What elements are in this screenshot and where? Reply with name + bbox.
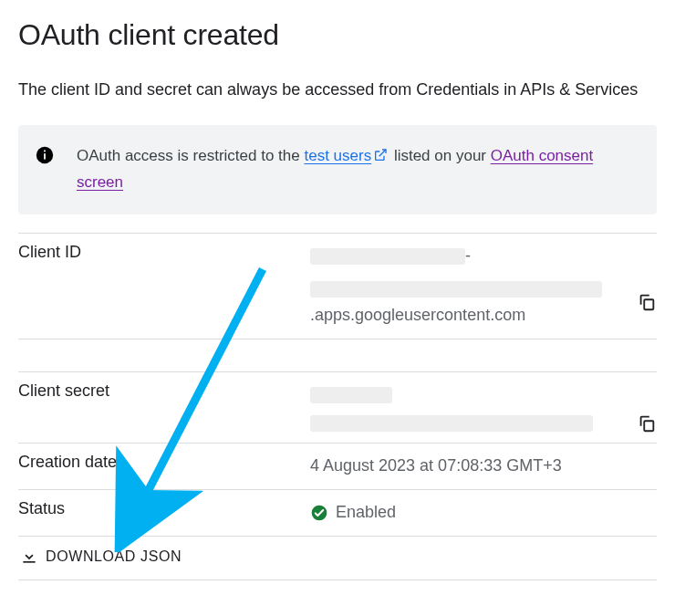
status-row: Status Enabled	[18, 490, 657, 537]
redacted-text	[310, 281, 602, 298]
redacted-text	[310, 248, 465, 265]
client-id-value: - .apps.googleusercontent.com	[310, 233, 657, 339]
download-json-button[interactable]: DOWNLOAD JSON	[18, 546, 183, 568]
check-circle-icon	[310, 504, 328, 522]
creation-date-label: Creation date	[18, 444, 310, 490]
external-link-icon	[373, 148, 388, 162]
notice-text-prefix: OAuth access is restricted to the	[77, 147, 304, 164]
client-secret-label: Client secret	[18, 371, 310, 444]
client-id-dash: -	[465, 246, 471, 265]
status-value-cell: Enabled	[310, 490, 657, 537]
notice-text-middle: listed on your	[389, 147, 491, 164]
copy-client-id-button[interactable]	[637, 292, 657, 312]
svg-rect-2	[44, 150, 46, 151]
page-title: OAuth client created	[18, 18, 657, 52]
details-table: Client ID - .apps.googleusercontent.com …	[18, 233, 657, 580]
download-icon	[20, 548, 38, 566]
separator-row	[18, 339, 657, 371]
test-users-link[interactable]: test users	[304, 147, 389, 164]
download-row: DOWNLOAD JSON	[18, 536, 657, 579]
creation-date-row: Creation date 4 August 2023 at 07:08:33 …	[18, 444, 657, 490]
svg-rect-4	[644, 422, 653, 432]
client-secret-value	[310, 371, 657, 444]
page-subtitle: The client ID and secret can always be a…	[18, 78, 648, 103]
info-icon	[35, 145, 55, 165]
status-value: Enabled	[336, 499, 396, 527]
download-json-label: DOWNLOAD JSON	[46, 548, 182, 565]
redacted-text	[310, 415, 593, 432]
test-users-link-text: test users	[304, 147, 371, 164]
svg-rect-3	[644, 299, 653, 309]
client-id-label: Client ID	[18, 233, 310, 339]
status-label: Status	[18, 490, 310, 537]
redacted-text	[310, 387, 392, 403]
copy-client-secret-button[interactable]	[637, 413, 657, 433]
client-id-row: Client ID - .apps.googleusercontent.com	[18, 233, 657, 339]
svg-rect-1	[44, 153, 46, 159]
client-secret-row: Client secret	[18, 371, 657, 444]
notice-box: OAuth access is restricted to the test u…	[18, 125, 657, 214]
notice-message: OAuth access is restricted to the test u…	[77, 143, 637, 196]
client-id-domain: .apps.googleusercontent.com	[310, 306, 525, 324]
creation-date-value: 4 August 2023 at 07:08:33 GMT+3	[310, 444, 657, 490]
svg-rect-6	[23, 561, 35, 563]
